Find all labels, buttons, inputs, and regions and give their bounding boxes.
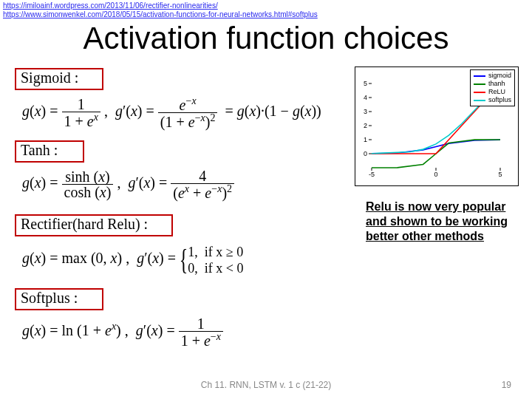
swatch-tanh [474, 83, 485, 85]
svg-text:5: 5 [364, 80, 367, 87]
svg-text:4: 4 [364, 94, 367, 101]
link-1[interactable]: https://imiloainf.wordpress.com/2013/11/… [3, 1, 218, 10]
tanh-eq: g(x) = sinh (x)cosh (x) , g′(x) = 4(ex +… [22, 168, 234, 200]
source-links: https://imiloainf.wordpress.com/2013/11/… [3, 1, 318, 19]
svg-text:1: 1 [364, 136, 367, 143]
activation-chart: -505012345 sigmoid thanh ReLU softplus [355, 66, 519, 186]
svg-text:3: 3 [364, 108, 367, 115]
slide: https://imiloainf.wordpress.com/2013/11/… [0, 0, 532, 399]
svg-text:-5: -5 [369, 171, 375, 178]
softplus-eq: g(x) = ln (1 + ex) , g′(x) = 11 + e−x [22, 316, 223, 348]
sigmoid-eq: g(x) = 11 + ex , g′(x) = e−x(1 + e−x)2 =… [22, 96, 321, 129]
rectifier-eq: g(x) = max (0, x) , g′(x) = {1, if x ≥ 0… [22, 242, 243, 277]
sigmoid-label: Sigmoid : [21, 69, 78, 86]
footer-page-number: 19 [502, 380, 511, 390]
relu-note: Relu is now very popular and shown to be… [366, 200, 521, 244]
swatch-relu [474, 92, 485, 93]
softplus-label: Softplus : [21, 290, 78, 307]
link-2[interactable]: https://www.simonwenkel.com/2018/05/15/a… [3, 10, 318, 18]
swatch-sigmoid [474, 75, 485, 77]
swatch-softplus [474, 100, 485, 101]
footer-center: Ch 11. RNN, LSTM v. 1 c (21-22) [0, 380, 532, 390]
chart-legend: sigmoid thanh ReLU softplus [470, 69, 515, 106]
svg-text:0: 0 [434, 171, 437, 178]
tanh-label: Tanh : [21, 142, 58, 159]
slide-title: Activation function choices [0, 21, 532, 56]
svg-text:0: 0 [364, 150, 367, 157]
svg-text:5: 5 [498, 171, 502, 178]
rectifier-label: Rectifier(hard Relu) : [21, 216, 148, 233]
svg-text:2: 2 [364, 122, 367, 129]
